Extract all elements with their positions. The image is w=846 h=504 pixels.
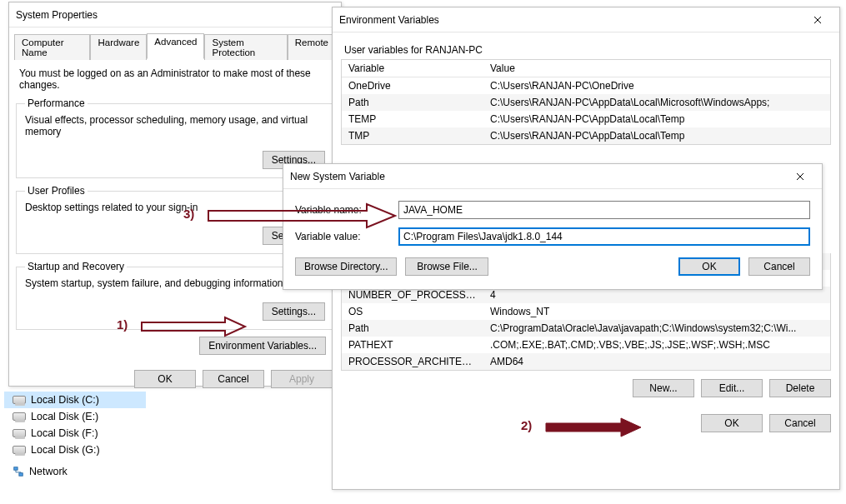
environment-variables-button[interactable]: Environment Variables... <box>199 337 326 355</box>
cancel-button[interactable]: Cancel <box>748 257 810 276</box>
sidebar-item-disk-c[interactable]: Local Disk (C:) <box>4 392 146 408</box>
tab-advanced[interactable]: Advanced <box>147 33 204 59</box>
tab-remote[interactable]: Remote <box>288 34 336 60</box>
tab-bar: Computer Name Hardware Advanced System P… <box>14 32 336 59</box>
disk-icon <box>13 446 26 454</box>
cancel-button[interactable]: Cancel <box>769 414 831 432</box>
titlebar[interactable]: System Properties <box>9 2 341 27</box>
browse-directory-button[interactable]: Browse Directory... <box>295 257 397 276</box>
ok-button[interactable]: OK <box>678 257 740 276</box>
titlebar[interactable]: Environment Variables <box>333 7 839 32</box>
browse-file-button[interactable]: Browse File... <box>405 257 488 276</box>
column-value[interactable]: Value <box>483 60 830 77</box>
startup-legend: Startup and Recovery <box>25 261 127 272</box>
ok-button[interactable]: OK <box>134 370 196 388</box>
table-row[interactable]: PATHEXT.COM;.EXE;.BAT;.CMD;.VBS;.VBE;.JS… <box>342 337 830 353</box>
sidebar-item-label: Network <box>29 466 68 477</box>
user-vars-label: User variables for RANJAN-PC <box>333 32 839 59</box>
close-icon <box>813 16 822 24</box>
table-row[interactable]: TMPC:\Users\RANJAN-PC\AppData\Local\Temp <box>342 127 830 144</box>
window-title: System Properties <box>16 2 98 27</box>
column-variable[interactable]: Variable <box>342 60 483 77</box>
user-profiles-desc: Desktop settings related to your sign-in <box>25 202 325 213</box>
table-row[interactable]: OSWindows_NT <box>342 303 830 320</box>
variable-name-input[interactable] <box>398 201 810 219</box>
dialog-title: New System Variable <box>290 164 385 189</box>
startup-desc: System startup, system failure, and debu… <box>25 277 325 289</box>
delete-button[interactable]: Delete <box>769 379 831 397</box>
sidebar-item-label: Local Disk (E:) <box>31 411 98 422</box>
table-row[interactable]: PathC:\ProgramData\Oracle\Java\javapath;… <box>342 320 830 337</box>
sidebar-item-label: Local Disk (F:) <box>31 427 98 439</box>
ok-button[interactable]: OK <box>701 414 763 432</box>
sidebar-item-disk-e[interactable]: Local Disk (E:) <box>4 408 146 425</box>
tab-hardware[interactable]: Hardware <box>90 34 147 60</box>
tab-computer-name[interactable]: Computer Name <box>14 34 90 60</box>
titlebar[interactable]: New System Variable <box>283 164 822 189</box>
variable-value-input[interactable] <box>398 227 810 246</box>
apply-button[interactable]: Apply <box>271 370 333 388</box>
close-button[interactable] <box>785 164 815 189</box>
new-system-variable-dialog: New System Variable Variable name: Varia… <box>283 163 823 290</box>
edit-button[interactable]: Edit... <box>701 379 763 397</box>
cancel-button[interactable]: Cancel <box>203 370 264 388</box>
user-vars-grid[interactable]: Variable Value OneDriveC:\Users\RANJAN-P… <box>341 59 831 145</box>
sidebar-item-network[interactable]: Network <box>4 463 146 480</box>
close-icon <box>796 172 804 181</box>
disk-icon <box>13 429 26 437</box>
close-button[interactable] <box>803 7 833 32</box>
performance-legend: Performance <box>25 97 88 109</box>
variable-name-label: Variable name: <box>295 204 387 216</box>
table-row[interactable]: OneDriveC:\Users\RANJAN-PC\OneDrive <box>342 77 830 94</box>
svg-rect-1 <box>19 473 23 477</box>
window-title: Environment Variables <box>339 7 439 32</box>
svg-rect-0 <box>14 467 18 471</box>
user-profiles-legend: User Profiles <box>25 185 88 197</box>
table-row[interactable]: TEMPC:\Users\RANJAN-PC\AppData\Local\Tem… <box>342 111 830 127</box>
sidebar-item-label: Local Disk (C:) <box>31 394 99 406</box>
network-icon <box>13 466 24 477</box>
table-row[interactable]: PROCESSOR_ARCHITECTUREAMD64 <box>342 353 830 370</box>
variable-value-label: Variable value: <box>295 231 387 242</box>
sidebar-item-disk-f[interactable]: Local Disk (F:) <box>4 425 146 442</box>
startup-settings-button[interactable]: Settings... <box>263 302 325 321</box>
new-button[interactable]: New... <box>633 379 694 397</box>
disk-icon <box>13 396 26 404</box>
disk-icon <box>13 412 26 421</box>
performance-desc: Visual effects, processor scheduling, me… <box>25 114 325 137</box>
admin-note: You must be logged on as an Administrato… <box>9 59 341 91</box>
sidebar-item-disk-g[interactable]: Local Disk (G:) <box>4 442 146 458</box>
table-row[interactable]: PathC:\Users\RANJAN-PC\AppData\Local\Mic… <box>342 94 830 111</box>
tab-system-protection[interactable]: System Protection <box>204 34 287 60</box>
sidebar-item-label: Local Disk (G:) <box>31 444 100 456</box>
